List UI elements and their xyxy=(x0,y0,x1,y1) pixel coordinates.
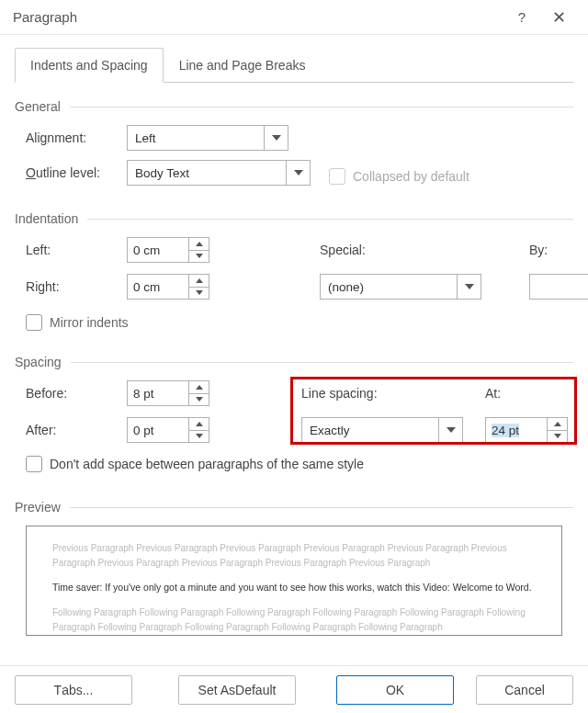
collapsed-checkbox xyxy=(329,168,345,185)
special-combo[interactable]: (none) xyxy=(320,274,481,300)
spin-up-icon[interactable] xyxy=(189,381,209,394)
spin-down-icon[interactable] xyxy=(189,251,209,263)
cancel-button[interactable]: Cancel xyxy=(476,675,573,705)
spacing-header: Spacing xyxy=(15,355,62,369)
tab-indents-spacing[interactable]: Indents and Spacing xyxy=(15,48,164,83)
right-label: Right: xyxy=(26,279,127,294)
spin-down-icon[interactable] xyxy=(189,431,209,443)
at-spin[interactable]: 24 pt xyxy=(485,417,568,443)
mirror-checkbox[interactable] xyxy=(26,314,42,331)
footer: Tabs... Set As Default OK Cancel xyxy=(0,665,588,713)
spin-down-icon[interactable] xyxy=(548,431,567,443)
spin-up-icon[interactable] xyxy=(548,418,567,431)
after-spin[interactable]: 0 pt xyxy=(127,417,209,443)
indentation-header: Indentation xyxy=(15,211,78,226)
tab-bar: Indents and Spacing Line and Page Breaks xyxy=(15,48,573,83)
outline-combo[interactable]: Body Text xyxy=(127,160,311,186)
chevron-down-icon[interactable] xyxy=(286,161,310,185)
outline-label: Outline level: xyxy=(26,165,127,180)
dialog-title: Paragraph xyxy=(13,9,503,25)
spin-up-icon[interactable] xyxy=(189,275,209,288)
preview-follow-text: Following Paragraph Following Paragraph … xyxy=(52,605,536,635)
by-spin[interactable] xyxy=(529,274,588,300)
before-label: Before: xyxy=(26,386,127,401)
preview-box: Previous Paragraph Previous Paragraph Pr… xyxy=(26,526,562,636)
set-default-button[interactable]: Set As Default xyxy=(178,675,296,705)
spin-down-icon[interactable] xyxy=(189,288,209,300)
mirror-label: Mirror indents xyxy=(50,315,129,330)
line-spacing-label: Line spacing: xyxy=(301,386,467,401)
tab-line-page-breaks[interactable]: Line and Page Breaks xyxy=(164,48,322,83)
preview-prev-text: Previous Paragraph Previous Paragraph Pr… xyxy=(52,541,536,571)
alignment-combo[interactable]: Left xyxy=(127,125,288,151)
line-spacing-combo[interactable]: Exactly xyxy=(301,417,463,443)
close-button[interactable]: ✕ xyxy=(540,7,577,28)
spin-up-icon[interactable] xyxy=(189,238,209,251)
titlebar: Paragraph ? ✕ xyxy=(0,0,588,35)
left-label: Left: xyxy=(26,243,127,257)
chevron-down-icon[interactable] xyxy=(264,126,288,150)
special-label: Special: xyxy=(320,243,485,257)
alignment-label: Alignment: xyxy=(26,130,127,145)
right-spin[interactable]: 0 cm xyxy=(127,274,209,300)
help-button[interactable]: ? xyxy=(503,9,540,25)
collapsed-label: Collapsed by default xyxy=(353,169,469,184)
spin-down-icon[interactable] xyxy=(189,394,209,406)
ok-button[interactable]: OK xyxy=(336,675,454,705)
preview-sample-text: Time saver: If you've only got a minute … xyxy=(52,580,536,596)
chevron-down-icon[interactable] xyxy=(438,418,462,442)
chevron-down-icon[interactable] xyxy=(457,275,481,299)
by-label: By: xyxy=(529,243,588,257)
tabs-button[interactable]: Tabs... xyxy=(15,675,132,705)
preview-header: Preview xyxy=(15,500,61,515)
spin-up-icon[interactable] xyxy=(189,418,209,431)
left-spin[interactable]: 0 cm xyxy=(127,237,209,263)
after-label: After: xyxy=(26,423,127,437)
general-header: General xyxy=(15,99,61,114)
at-label: At: xyxy=(485,386,577,401)
no-space-label: Don't add space between paragraphs of th… xyxy=(50,457,364,471)
no-space-checkbox[interactable] xyxy=(26,456,42,472)
before-spin[interactable]: 8 pt xyxy=(127,380,209,406)
